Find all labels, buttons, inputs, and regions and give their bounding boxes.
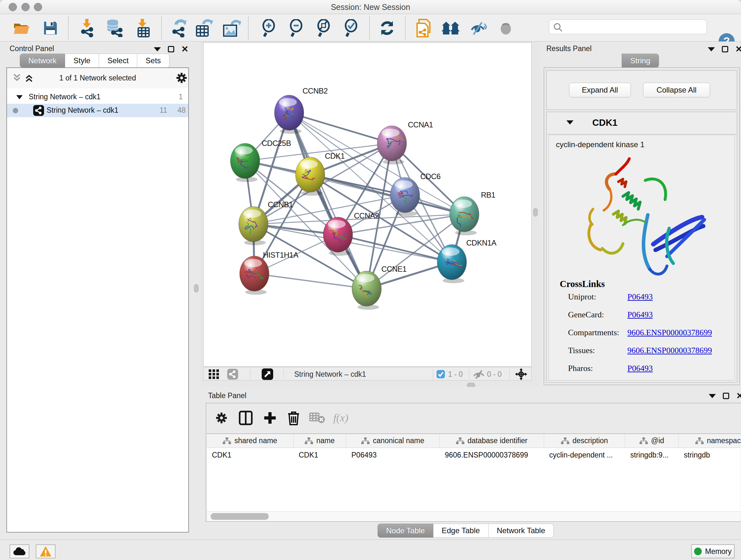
tree-expand-icon[interactable] — [16, 94, 23, 100]
network-view[interactable]: CCNB2CCNA1CDC25BCDK1CDC6RB1CCNB1CCNA2CDK… — [203, 43, 532, 367]
column-header-database-identifier[interactable]: database identifier — [440, 434, 544, 448]
network-node-CCNB2[interactable]: CCNB2 — [274, 86, 328, 134]
panel-float-icon[interactable] — [168, 46, 174, 52]
tab-string[interactable]: String — [622, 54, 659, 68]
network-edge[interactable] — [289, 113, 392, 143]
save-session-icon[interactable] — [40, 19, 61, 37]
network-edge[interactable] — [289, 113, 367, 289]
tab-network-table[interactable]: Network Table — [488, 523, 554, 538]
table-cell[interactable]: stringdb:9... — [625, 448, 679, 462]
zoom-out-icon[interactable] — [286, 19, 307, 37]
network-node-CDC25B[interactable]: CDC25B — [230, 139, 291, 182]
tab-style[interactable]: Style — [65, 54, 99, 68]
network-edge[interactable] — [254, 273, 367, 289]
gene-panel-header[interactable]: CDK1 — [547, 112, 737, 134]
panel-float-icon[interactable] — [723, 393, 729, 399]
trash-icon[interactable] — [284, 408, 303, 428]
column-header-description[interactable]: description — [544, 434, 625, 448]
network-node-CCNE1[interactable]: CCNE1 — [352, 265, 407, 310]
panel-close-icon[interactable]: ✕ — [181, 46, 189, 52]
tab-edge-table[interactable]: Edge Table — [433, 523, 488, 538]
network-collection-row[interactable]: String Network – cdk1 1 — [7, 90, 188, 104]
table-cell[interactable]: P06493 — [346, 448, 440, 462]
tab-sets[interactable]: Sets — [137, 54, 170, 68]
crosslink-link[interactable]: 9606.ENSP00000378699 — [627, 346, 712, 355]
node-label: CDK1 — [325, 152, 345, 160]
column-header-shared-name[interactable]: shared name — [207, 434, 293, 448]
crosslink-link[interactable]: P06493 — [627, 292, 653, 302]
scrollbar-thumb[interactable] — [211, 513, 269, 520]
network-node-HIST1H1A[interactable]: HIST1H1A — [240, 251, 298, 295]
birdseye-icon[interactable] — [262, 368, 273, 380]
network-row[interactable]: String Network – cdk1 11 48 — [7, 104, 188, 117]
share-icon[interactable] — [227, 369, 238, 380]
protein-structure-image — [572, 152, 712, 276]
table-cell[interactable]: CDK1 — [207, 448, 293, 462]
warning-button[interactable] — [36, 544, 56, 558]
table-cell[interactable]: cyclin-dependent ... — [544, 448, 625, 462]
export-network-icon[interactable] — [169, 19, 190, 37]
houses-icon[interactable] — [441, 19, 461, 37]
panel-menu-icon[interactable] — [154, 47, 161, 51]
network-node-CCNA1[interactable]: CCNA1 — [377, 120, 433, 165]
tab-select[interactable]: Select — [99, 54, 137, 68]
network-document-icon[interactable] — [413, 19, 434, 37]
crosslink-row: GeneCard:P06493 — [568, 310, 734, 328]
tab-node-table[interactable]: Node Table — [378, 523, 433, 538]
tab-network[interactable]: Network — [20, 54, 65, 68]
zoom-fit-icon[interactable] — [314, 19, 334, 37]
zoom-in-icon[interactable] — [259, 19, 279, 37]
export-image-icon[interactable] — [221, 19, 242, 37]
column-header-name[interactable]: name — [293, 434, 346, 448]
panel-close-icon[interactable]: ✕ — [735, 46, 741, 52]
eye-slash-icon[interactable] — [473, 370, 485, 379]
horizontal-scrollbar[interactable] — [207, 511, 741, 521]
expand-all-button[interactable]: Expand All — [569, 83, 631, 98]
panel-menu-icon[interactable] — [709, 394, 716, 398]
crosslink-link[interactable]: P06493 — [627, 310, 653, 320]
checkbox-icon[interactable] — [436, 370, 445, 378]
table-row[interactable]: CDK1CDK1P064939606.ENSP00000378699cyclin… — [207, 448, 741, 462]
cloud-button[interactable] — [10, 544, 29, 558]
footer-network-name: String Network – cdk1 — [294, 370, 366, 379]
collapse-all-button[interactable]: Collapse All — [643, 83, 710, 98]
add-icon[interactable] — [260, 408, 280, 428]
crosslink-link[interactable]: 9606.ENSP00000378699 — [627, 328, 712, 337]
splitter-handle[interactable] — [467, 383, 475, 387]
network-edge[interactable] — [310, 175, 464, 214]
collapse-arrow-icon[interactable] — [566, 120, 574, 125]
status-bar: Memory — [0, 540, 741, 560]
grid-icon[interactable] — [209, 369, 222, 379]
memory-label: Memory — [705, 547, 731, 556]
network-node-CDKN1A[interactable]: CDKN1A — [437, 239, 496, 283]
open-session-icon[interactable] — [11, 19, 32, 37]
table-cell[interactable]: CDK1 — [293, 448, 346, 462]
delete-table-icon[interactable] — [308, 408, 327, 428]
import-table-icon[interactable] — [133, 19, 153, 37]
gear-icon[interactable] — [176, 72, 188, 84]
panel-menu-icon[interactable] — [708, 47, 715, 51]
gear-icon[interactable] — [212, 408, 231, 428]
network-node-RB1[interactable]: RB1 — [450, 191, 495, 235]
splitter-handle[interactable] — [533, 208, 538, 216]
table-cell[interactable]: stringdb — [679, 448, 741, 462]
search-input[interactable] — [566, 21, 704, 33]
panel-float-icon[interactable] — [722, 46, 728, 52]
eye-icon[interactable] — [495, 19, 516, 37]
refresh-icon[interactable] — [377, 19, 397, 37]
import-network-database-icon[interactable] — [104, 19, 125, 37]
column-header--id[interactable]: @id — [625, 434, 679, 448]
panel-close-icon[interactable]: ✕ — [736, 393, 741, 399]
column-header-namespace[interactable]: namespace — [679, 434, 741, 448]
columns-icon[interactable] — [236, 408, 255, 428]
memory-button[interactable]: Memory — [691, 544, 735, 558]
import-network-file-icon[interactable] — [77, 19, 97, 37]
table-cell[interactable]: 9606.ENSP00000378699 — [440, 448, 544, 462]
export-table-icon[interactable] — [194, 19, 214, 37]
splitter-handle[interactable] — [194, 284, 199, 293]
column-header-canonical-name[interactable]: canonical name — [346, 434, 440, 448]
zoom-selected-icon[interactable] — [341, 19, 361, 37]
eye-slash-icon[interactable] — [468, 19, 488, 37]
move-crosshair-icon[interactable] — [515, 368, 527, 380]
crosslink-link[interactable]: P06493 — [627, 364, 653, 373]
